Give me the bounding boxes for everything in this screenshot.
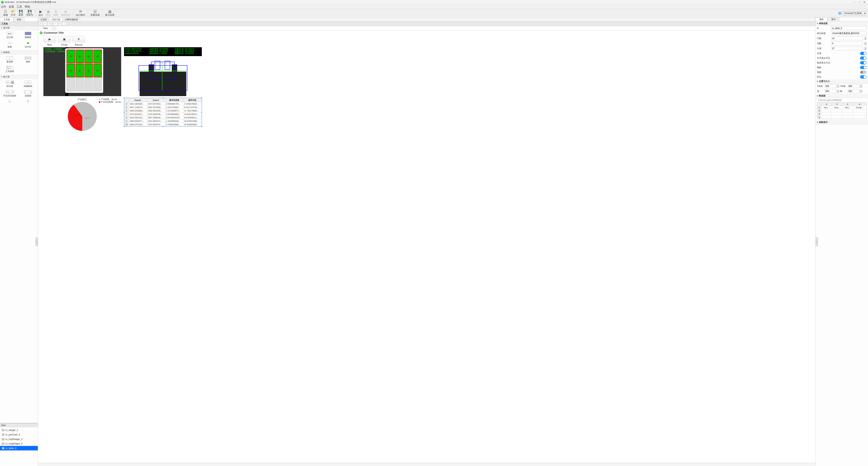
group-button[interactable]: 按钮组: [0, 50, 38, 55]
group-input[interactable]: 输入框: [0, 75, 38, 79]
tab-mainflow[interactable]: 主流程: [38, 18, 49, 21]
tool-signal[interactable]: 信号灯: [20, 41, 37, 49]
page-tab-main[interactable]: Main: [39, 26, 52, 30]
datasource-grid[interactable]: 12341Vars...Vars...Vars...Vars@...234: [817, 102, 867, 119]
widget-stop-button[interactable]: ▣: [58, 36, 70, 42]
tool-lineedit[interactable]: AB|线编辑框: [20, 80, 37, 88]
toggle-hheader[interactable]: [860, 56, 867, 60]
image-widget-5[interactable]: PointX:1880.578728 PointY:1378.550473 An…: [124, 47, 202, 96]
toggle-enabled[interactable]: [860, 52, 867, 55]
tool-imageframe[interactable]: ▦图像框: [20, 31, 37, 40]
tree-item-m_imgWidget_5[interactable]: m_imgWidget_5: [0, 441, 38, 446]
widget-run-button[interactable]: ▶: [43, 36, 56, 42]
new-button[interactable]: 🗋新建: [3, 10, 8, 17]
maximize-button[interactable]: ▭: [857, 1, 862, 4]
tab-resource[interactable]: 资源: [13, 18, 25, 22]
tab-scripteditor[interactable]: UI脚本编辑器: [63, 18, 80, 21]
pie-chart-4[interactable]: 产品统计 产品数量 60.0% 产品实际数量 40.0% 60.0% 40.0%: [43, 98, 121, 131]
app-icon: [1, 1, 4, 3]
prop-y[interactable]: [848, 84, 859, 88]
tool-toolbutton[interactable]: 🔧Tool Button工具按钮: [1, 65, 19, 74]
tool-extra[interactable]: ⏲: [1, 99, 19, 104]
toggle-alt[interactable]: [860, 70, 867, 74]
prop-id-input[interactable]: [831, 26, 867, 30]
titlebar: SciSmart - D:/SciSmart3.0方案/电池定位测量.smt —…: [0, 0, 868, 4]
step-button[interactable]: ⏯单步运行: [61, 10, 70, 17]
prop-cols-input[interactable]: [831, 41, 863, 45]
menu-help[interactable]: 帮助: [25, 5, 30, 8]
vars-button[interactable]: ⓥ变量设置: [90, 10, 100, 17]
toggle-grid[interactable]: [860, 66, 867, 69]
section-datasource[interactable]: 数据源: [815, 94, 868, 98]
toolbar: 🗋新建 📂打开 💾保存 💾另存为 ▶运行 ▣停止 ⏸暂停 ⏯单步运行 ⟳运行模式…: [0, 9, 868, 18]
language-select[interactable]: Chinese|中文(简体): [842, 11, 866, 15]
prop-rows-input[interactable]: [831, 36, 863, 40]
hierarchy-tree[interactable]: m_widget_2m_pieChart_4m_imgWidget_3m_img…: [0, 427, 38, 466]
tree-item-m_widget_2[interactable]: m_widget_2: [0, 428, 38, 432]
add-page-button[interactable]: +: [53, 27, 56, 30]
align-center-icon[interactable]: ≡: [43, 22, 47, 26]
disp-button[interactable]: ▤显示设置: [105, 10, 115, 17]
align-left-icon[interactable]: ⬱: [39, 22, 43, 26]
table-widget-6[interactable]: PointXPointY极耳角度差极耳外距41901.5401649...136…: [124, 98, 202, 126]
tool-spin[interactable]: 0▴▾选值框: [20, 90, 37, 98]
open-button[interactable]: 📂打开: [11, 10, 16, 17]
group-display[interactable]: 显示框: [0, 26, 38, 30]
align-bot-icon[interactable]: ⤓: [62, 22, 66, 26]
section-tableinfo[interactable]: 表格信息: [815, 21, 868, 26]
tool-button[interactable]: Button按钮: [20, 56, 37, 64]
right-collapse-handle[interactable]: ››: [815, 237, 818, 246]
close-button[interactable]: ✕: [862, 1, 867, 4]
tool-doublespin[interactable]: 0.00▴▾浮点型选值框: [1, 90, 19, 98]
tool-extra2[interactable]: ⏱: [20, 99, 37, 104]
widget-pause-button[interactable]: ⏸: [72, 36, 85, 42]
step-icon: ⏯: [64, 10, 67, 13]
tool-runframe[interactable]: ▶■运行框: [1, 31, 19, 40]
mode-button[interactable]: ⟳运行模式: [76, 10, 85, 17]
section-refresh[interactable]: 刷新条件: [815, 120, 868, 124]
align-top-icon[interactable]: ⤒: [54, 22, 58, 26]
run-label: Run: [43, 43, 56, 46]
pause-icon: ⏸: [54, 10, 58, 13]
tree-item-m_imgWidget_3[interactable]: m_imgWidget_3: [0, 437, 38, 441]
tree-item-m_table_6[interactable]: m_table_6: [0, 446, 38, 450]
stop-button[interactable]: ▣停止: [46, 10, 51, 17]
prop-h[interactable]: [848, 89, 859, 93]
gauge-icon: ⏲: [6, 100, 13, 103]
tool-combo[interactable]: combo▾组合框: [1, 80, 19, 88]
image-widget-3[interactable]: 产品数量：12.000000 产品实际数量：8.000000: [43, 47, 121, 96]
align-right-icon[interactable]: ⇶: [48, 22, 51, 26]
tab-uidesigner[interactable]: UI设计器: [49, 18, 63, 21]
button-icon: Button: [25, 56, 31, 60]
design-canvas[interactable]: Customize Title ▶ ▣ ⏸ Run Stop Pause 产品数…: [38, 30, 815, 463]
stop-icon: ▣: [47, 10, 50, 13]
toggle-vheader[interactable]: [860, 61, 867, 64]
prop-rowh-input[interactable]: [831, 47, 863, 50]
prop-x[interactable]: [825, 84, 836, 88]
tree-item-m_pieChart_4[interactable]: m_pieChart_4: [0, 432, 38, 437]
align-mid-icon[interactable]: ⊟: [58, 22, 62, 26]
pause-button[interactable]: ⏸暂停: [54, 10, 58, 17]
section-possize[interactable]: 位置与大小: [815, 79, 868, 84]
language-selector[interactable]: 🌐 Chinese|中文(简体): [838, 11, 866, 15]
left-collapse-handle[interactable]: ‹‹: [35, 237, 38, 246]
toggle-sync[interactable]: [860, 75, 867, 79]
spin-icon: 0▴▾: [24, 90, 32, 93]
tab-toolbox[interactable]: 工具箱: [0, 18, 13, 22]
prop-w[interactable]: [825, 89, 836, 93]
checkbox-icon: ✓: [6, 56, 13, 60]
saveas-button[interactable]: 💾另存为: [26, 10, 33, 17]
tab-events[interactable]: 事件: [828, 18, 839, 21]
prop-header-input[interactable]: [831, 31, 867, 35]
tool-label[interactable]: Text标签: [1, 41, 19, 49]
play-icon: ▶: [39, 10, 42, 13]
tool-checkbox[interactable]: ✓复选框: [1, 56, 19, 64]
menu-tools[interactable]: 工具: [17, 5, 22, 8]
run-button[interactable]: ▶运行: [38, 10, 43, 17]
globe-icon: 🌐: [838, 12, 841, 14]
save-button[interactable]: 💾保存: [19, 10, 23, 17]
minimize-button[interactable]: —: [852, 1, 857, 4]
menu-file[interactable]: 文件: [1, 5, 6, 8]
tab-properties[interactable]: 属性: [815, 18, 828, 21]
menu-settings[interactable]: 设置: [9, 5, 14, 8]
